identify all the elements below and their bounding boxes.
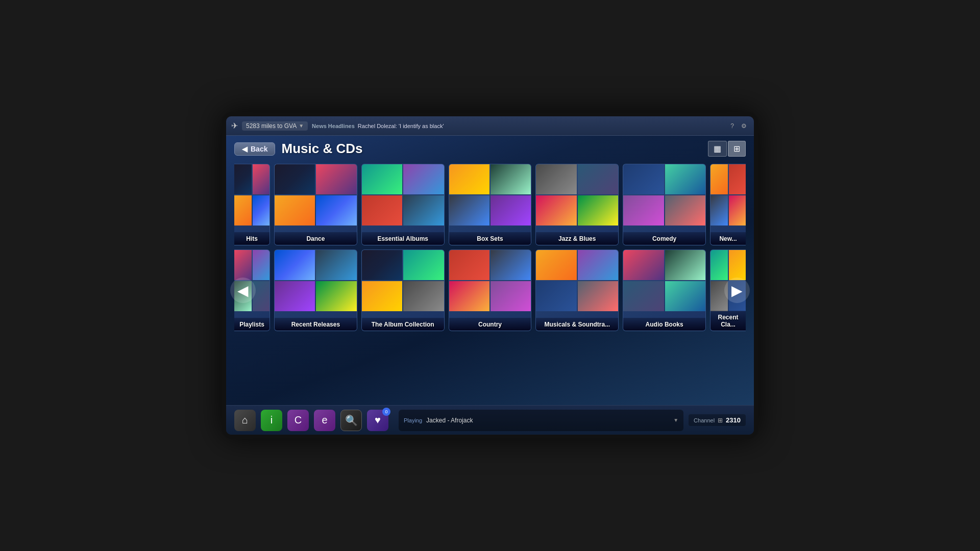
category-dance[interactable]: Dance [274, 164, 357, 245]
channel-grid-icon: ⊞ [718, 417, 723, 424]
news-label: News Headlines [312, 123, 355, 129]
page-title: Music & CDs [281, 141, 362, 157]
category-musicals-label: Musicals & Soundtra... [536, 318, 618, 331]
screen: ✈ 5283 miles to GVA ▼ News Headlines Rac… [222, 112, 758, 439]
category-new-r1[interactable]: New... [710, 164, 746, 245]
channel-label: Channel [694, 417, 715, 423]
prev-nav-arrow[interactable]: ◀ [230, 278, 256, 303]
flight-dropdown-icon[interactable]: ▼ [299, 123, 304, 129]
main-content: ◀ Back Music & CDs ▦ ⊞ Hits [226, 136, 754, 405]
category-jazz-blues-label: Jazz & Blues [536, 232, 618, 245]
chat-icon: C [295, 414, 302, 426]
channel-section: Channel ⊞ 2310 [689, 414, 746, 426]
back-arrow-icon: ◀ [242, 145, 248, 153]
home-icon: ⌂ [242, 414, 248, 426]
category-recent-classics-label: Recent Cla... [710, 311, 746, 331]
back-button[interactable]: ◀ Back [234, 142, 275, 156]
player-bar: Playing Jacked - Afrojack ▼ [399, 410, 683, 431]
e-button[interactable]: e [314, 410, 335, 431]
category-album-collection[interactable]: The Album Collection [361, 249, 445, 331]
flight-icon: ✈ [231, 121, 238, 131]
grid-view-toggle[interactable]: ⊞ [728, 141, 746, 157]
flight-info[interactable]: 5283 miles to GVA ▼ [242, 121, 308, 131]
channel-number: 2310 [726, 416, 741, 424]
info-icon: i [271, 414, 273, 426]
favorites-button[interactable]: ♥ 0 [367, 410, 388, 431]
category-dance-label: Dance [275, 232, 357, 245]
category-hits[interactable]: Hits [234, 164, 270, 245]
help-button[interactable]: ? [728, 121, 736, 131]
top-bar: ✈ 5283 miles to GVA ▼ News Headlines Rac… [226, 116, 754, 136]
category-box-sets-label: Box Sets [449, 232, 531, 245]
player-dropdown-icon[interactable]: ▼ [673, 417, 678, 423]
category-comedy[interactable]: Comedy [623, 164, 706, 245]
home-button[interactable]: ⌂ [234, 410, 256, 431]
list-view-toggle[interactable]: ▦ [708, 141, 727, 157]
favorites-badge: 0 [382, 408, 390, 416]
category-musicals[interactable]: Musicals & Soundtra... [535, 249, 619, 331]
back-label: Back [251, 145, 267, 153]
track-name: Jacked - Afrojack [426, 417, 669, 424]
next-nav-arrow[interactable]: ▶ [724, 278, 750, 303]
info-button[interactable]: i [261, 410, 282, 431]
category-new-r1-label: New... [710, 232, 746, 245]
category-comedy-label: Comedy [623, 232, 705, 245]
category-album-collection-label: The Album Collection [362, 318, 444, 331]
heart-icon: ♥ [375, 414, 381, 426]
news-bar: News Headlines Rachel Dolezal: 'I identi… [312, 123, 724, 129]
flight-miles: 5283 miles to GVA [246, 122, 297, 130]
category-essential-albums-label: Essential Albums [362, 232, 444, 245]
playing-label: Playing [404, 417, 422, 423]
news-text: Rachel Dolezal: 'I identify as black' [358, 123, 444, 129]
chat-button[interactable]: C [287, 410, 309, 431]
search-button[interactable]: 🔍 [340, 410, 362, 431]
category-box-sets[interactable]: Box Sets [449, 164, 532, 245]
category-recent-releases[interactable]: Recent Releases [274, 249, 357, 331]
bottom-bar: ⌂ i C e 🔍 ♥ 0 Playing Jacked - Afrojack … [226, 405, 754, 435]
category-playlists-label: Playlists [234, 318, 270, 331]
settings-button[interactable]: ⚙ [739, 121, 749, 131]
category-essential-albums[interactable]: Essential Albums [361, 164, 445, 245]
category-jazz-blues[interactable]: Jazz & Blues [535, 164, 619, 245]
category-hits-label: Hits [234, 232, 270, 245]
category-country[interactable]: Country [449, 249, 532, 331]
top-right-icons: ? ⚙ [728, 121, 749, 131]
category-country-label: Country [449, 318, 531, 331]
category-audio-books-label: Audio Books [623, 318, 705, 331]
category-recent-releases-label: Recent Releases [275, 318, 357, 331]
header-left: ◀ Back Music & CDs [234, 141, 362, 157]
search-icon: 🔍 [345, 414, 358, 427]
category-audio-books[interactable]: Audio Books [623, 249, 706, 331]
e-icon: e [322, 414, 327, 426]
header-row: ◀ Back Music & CDs ▦ ⊞ [234, 141, 746, 157]
view-toggles: ▦ ⊞ [708, 141, 746, 157]
